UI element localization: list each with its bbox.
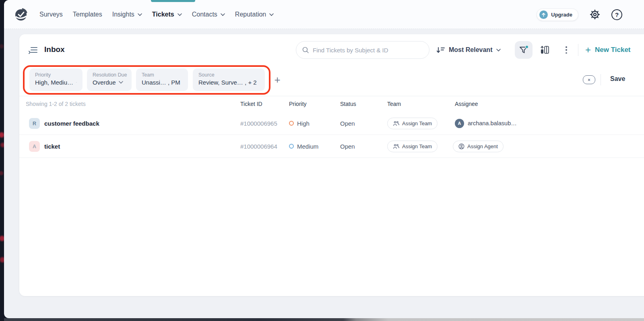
app-window: Surveys Templates Insights Tickets Conta… <box>4 0 644 318</box>
ticket-status: Open <box>340 112 355 135</box>
chevron-down-icon <box>178 13 182 16</box>
agent-icon <box>458 143 464 149</box>
showing-count: Showing 1-2 of 2 tickets <box>26 101 86 107</box>
ticket-subject[interactable]: ticket <box>44 135 60 157</box>
col-header-assignee: Assignee <box>455 101 478 107</box>
table-header: Showing 1-2 of 2 tickets Ticket ID Prior… <box>19 96 644 112</box>
chevron-down-icon <box>138 13 142 16</box>
chevron-down-icon <box>269 13 274 16</box>
inbox-view-icon[interactable] <box>28 45 38 55</box>
assignee-avatar: A <box>455 119 464 128</box>
nav-insights[interactable]: Insights <box>112 11 142 18</box>
assign-team-button[interactable]: Assign Team <box>387 141 438 152</box>
ticket-priority: High <box>289 112 310 135</box>
save-filters-button[interactable]: Save <box>610 75 625 83</box>
team-cell: Assign Team <box>387 135 438 157</box>
filter-chip-resolution-due[interactable]: Resolution Due Overdue <box>87 68 132 91</box>
settings-gear-icon[interactable] <box>589 9 601 20</box>
assign-team-label: Assign Team <box>402 143 432 149</box>
assignee-name: archana.balasub… <box>468 120 517 126</box>
nav-surveys-label: Surveys <box>39 11 63 18</box>
ticket-avatar: R <box>29 118 40 129</box>
chevron-down-icon <box>76 81 77 84</box>
filter-chip-value: Overdue <box>93 79 116 86</box>
nav-tickets[interactable]: Tickets <box>152 11 182 18</box>
nav-reputation[interactable]: Reputation <box>235 11 274 18</box>
table-row[interactable]: A ticket #1000006964 Medium Open <box>19 135 644 158</box>
ticket-status: Open <box>340 135 355 157</box>
nav-surveys[interactable]: Surveys <box>39 11 63 18</box>
filter-chip-label: Resolution Due <box>93 72 126 78</box>
ticket-id: #1000006965 <box>240 112 277 135</box>
tickets-card: Inbox Most Relevant <box>19 34 644 296</box>
assign-team-button[interactable]: Assign Team <box>387 118 438 129</box>
assignee-cell: Assign Agent <box>453 135 504 157</box>
sort-icon <box>436 46 445 54</box>
ticket-list: R customer feedback #1000006965 High Ope… <box>19 112 644 158</box>
ticket-avatar: A <box>29 141 40 152</box>
sort-label: Most Relevant <box>449 46 492 54</box>
plus-icon: + <box>585 45 591 55</box>
filter-chip-label: Priority <box>35 72 77 78</box>
ticket-id: #1000006964 <box>240 135 277 157</box>
chevron-down-icon <box>496 49 501 52</box>
filter-chip-priority[interactable]: Priority High, Mediu… <box>29 68 83 91</box>
team-icon <box>393 144 399 149</box>
nav-reputation-label: Reputation <box>235 11 266 18</box>
assignee-cell[interactable]: A archana.balasub… <box>455 112 517 135</box>
ticket-priority: Medium <box>289 135 318 157</box>
team-icon <box>393 121 399 126</box>
col-header-priority: Priority <box>289 101 307 107</box>
upgrade-arrow-icon <box>539 10 548 19</box>
filter-chip-label: Source <box>198 72 259 78</box>
priority-high-icon <box>289 121 294 126</box>
new-ticket-button[interactable]: + New Ticket <box>585 34 631 66</box>
taskbar-edge <box>4 318 644 321</box>
table-row[interactable]: R customer feedback #1000006965 High Ope… <box>19 112 644 135</box>
close-icon: × <box>588 78 590 82</box>
desktop-background: Surveys Templates Insights Tickets Conta… <box>0 0 644 321</box>
filter-chip-team[interactable]: Team Unassi… , PM <box>136 68 188 91</box>
col-header-status: Status <box>340 101 356 107</box>
search-input[interactable] <box>313 47 423 54</box>
filter-row-divider <box>601 74 601 85</box>
new-ticket-label: New Ticket <box>595 46 631 54</box>
plus-icon: + <box>274 74 280 86</box>
nav-right-cluster: Upgrade ? <box>537 0 622 29</box>
upgrade-button[interactable]: Upgrade <box>537 8 578 21</box>
filter-chip-label: Team <box>142 72 182 78</box>
chevron-down-icon <box>119 81 123 84</box>
help-glyph: ? <box>615 11 619 18</box>
page-title: Inbox <box>44 45 65 54</box>
nav-templates[interactable]: Templates <box>73 11 102 18</box>
ticket-subject[interactable]: customer feedback <box>44 112 99 135</box>
clear-filters-button[interactable]: × <box>583 75 595 84</box>
add-filter-button[interactable]: + <box>272 74 283 85</box>
more-options-kebab-icon[interactable] <box>564 46 569 54</box>
col-header-team: Team <box>387 101 401 107</box>
columns-icon[interactable] <box>540 45 550 55</box>
funnel-icon <box>518 45 529 55</box>
upgrade-label: Upgrade <box>551 12 572 18</box>
filter-button[interactable] <box>515 41 533 59</box>
help-icon[interactable]: ? <box>611 9 622 20</box>
priority-medium-icon <box>289 144 294 149</box>
ticket-search <box>296 41 429 59</box>
nav-contacts-label: Contacts <box>192 11 217 18</box>
nav-insights-label: Insights <box>112 11 134 18</box>
filter-chip-source[interactable]: Source Review, Surve… , + 2 <box>193 68 265 91</box>
filter-chip-value: Unassi… , PM <box>142 79 180 86</box>
assign-agent-label: Assign Agent <box>467 143 498 149</box>
filter-chip-value: High, Mediu… <box>35 79 73 86</box>
toolbar-divider <box>578 44 578 56</box>
brand-logo[interactable] <box>14 7 28 22</box>
main-menu: Surveys Templates Insights Tickets Conta… <box>39 0 274 29</box>
search-icon <box>302 46 309 54</box>
team-cell: Assign Team <box>387 112 438 135</box>
sort-dropdown[interactable]: Most Relevant <box>436 34 501 66</box>
nav-templates-label: Templates <box>73 11 102 18</box>
nav-tickets-label: Tickets <box>152 11 174 18</box>
nav-contacts[interactable]: Contacts <box>192 11 225 18</box>
chevron-down-icon <box>221 13 225 16</box>
assign-agent-button[interactable]: Assign Agent <box>453 141 504 152</box>
